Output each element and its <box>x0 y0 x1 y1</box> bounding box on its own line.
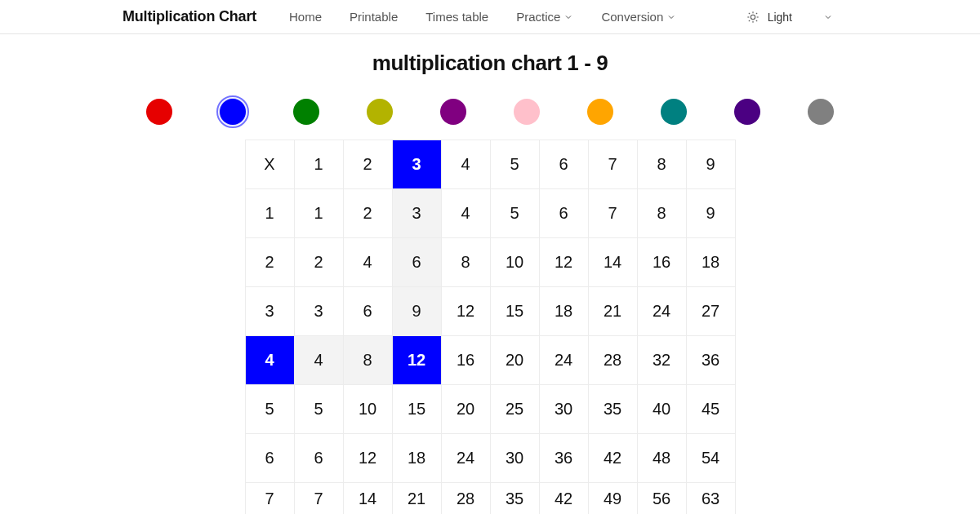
cell[interactable]: 49 <box>588 483 637 515</box>
cell[interactable]: 8 <box>637 189 686 238</box>
cell[interactable]: 5 <box>490 189 539 238</box>
cell[interactable]: 10 <box>343 385 392 434</box>
corner-cell[interactable]: X <box>245 140 294 189</box>
swatch-olive[interactable] <box>367 99 393 125</box>
row-header[interactable]: 1 <box>245 189 294 238</box>
cell[interactable]: 8 <box>343 336 392 385</box>
brand-title[interactable]: Multiplication Chart <box>122 8 256 25</box>
cell[interactable]: 35 <box>588 385 637 434</box>
col-header[interactable]: 3 <box>392 140 441 189</box>
swatch-purple[interactable] <box>440 99 466 125</box>
swatch-indigo[interactable] <box>734 99 760 125</box>
cell[interactable]: 30 <box>539 385 588 434</box>
col-header[interactable]: 4 <box>441 140 490 189</box>
col-header[interactable]: 9 <box>686 140 735 189</box>
nav-home[interactable]: Home <box>289 10 322 24</box>
cell[interactable]: 12 <box>441 287 490 336</box>
nav-conversion[interactable]: Conversion <box>601 10 676 24</box>
cell[interactable]: 7 <box>588 189 637 238</box>
cell[interactable]: 12 <box>392 336 441 385</box>
col-header[interactable]: 8 <box>637 140 686 189</box>
svg-line-7 <box>748 20 749 20</box>
col-header[interactable]: 7 <box>588 140 637 189</box>
cell[interactable]: 5 <box>294 385 343 434</box>
row-header[interactable]: 7 <box>245 483 294 515</box>
cell[interactable]: 48 <box>637 434 686 483</box>
cell[interactable]: 4 <box>441 189 490 238</box>
cell[interactable]: 18 <box>392 434 441 483</box>
cell[interactable]: 63 <box>686 483 735 515</box>
cell[interactable]: 2 <box>294 238 343 287</box>
cell[interactable]: 2 <box>343 189 392 238</box>
cell[interactable]: 21 <box>392 483 441 515</box>
nav-times-table[interactable]: Times table <box>425 10 488 24</box>
cell[interactable]: 12 <box>539 238 588 287</box>
cell[interactable]: 30 <box>490 434 539 483</box>
nav-practice[interactable]: Practice <box>516 10 573 24</box>
cell[interactable]: 16 <box>441 336 490 385</box>
cell[interactable]: 42 <box>539 483 588 515</box>
cell[interactable]: 9 <box>686 189 735 238</box>
col-header[interactable]: 5 <box>490 140 539 189</box>
cell[interactable]: 9 <box>392 287 441 336</box>
cell[interactable]: 28 <box>441 483 490 515</box>
swatch-red[interactable] <box>146 99 172 125</box>
cell[interactable]: 18 <box>539 287 588 336</box>
cell[interactable]: 45 <box>686 385 735 434</box>
swatch-green[interactable] <box>293 99 319 125</box>
cell[interactable]: 36 <box>686 336 735 385</box>
cell[interactable]: 15 <box>490 287 539 336</box>
cell[interactable]: 15 <box>392 385 441 434</box>
cell[interactable]: 20 <box>490 336 539 385</box>
cell[interactable]: 3 <box>392 189 441 238</box>
nav-printable[interactable]: Printable <box>350 10 398 24</box>
swatch-orange[interactable] <box>587 99 613 125</box>
cell[interactable]: 36 <box>539 434 588 483</box>
cell[interactable]: 24 <box>539 336 588 385</box>
cell[interactable]: 1 <box>294 189 343 238</box>
col-header[interactable]: 2 <box>343 140 392 189</box>
swatch-teal[interactable] <box>661 99 687 125</box>
cell[interactable]: 35 <box>490 483 539 515</box>
cell[interactable]: 6 <box>343 287 392 336</box>
theme-switcher[interactable]: Light <box>746 11 833 24</box>
row-header[interactable]: 3 <box>245 287 294 336</box>
cell[interactable]: 25 <box>490 385 539 434</box>
cell[interactable]: 16 <box>637 238 686 287</box>
cell[interactable]: 3 <box>294 287 343 336</box>
col-header[interactable]: 6 <box>539 140 588 189</box>
cell[interactable]: 54 <box>686 434 735 483</box>
row-header[interactable]: 5 <box>245 385 294 434</box>
cell[interactable]: 42 <box>588 434 637 483</box>
swatch-gray[interactable] <box>808 99 834 125</box>
cell[interactable]: 14 <box>588 238 637 287</box>
cell[interactable]: 6 <box>294 434 343 483</box>
svg-point-0 <box>751 15 755 19</box>
cell[interactable]: 18 <box>686 238 735 287</box>
swatch-blue[interactable] <box>220 99 246 125</box>
cell[interactable]: 10 <box>490 238 539 287</box>
cell[interactable]: 24 <box>441 434 490 483</box>
cell[interactable]: 12 <box>343 434 392 483</box>
cell[interactable]: 6 <box>539 189 588 238</box>
theme-label: Light <box>768 11 792 24</box>
cell[interactable]: 56 <box>637 483 686 515</box>
row-header[interactable]: 6 <box>245 434 294 483</box>
cell[interactable]: 4 <box>343 238 392 287</box>
swatch-pink[interactable] <box>514 99 540 125</box>
cell[interactable]: 20 <box>441 385 490 434</box>
cell[interactable]: 21 <box>588 287 637 336</box>
cell[interactable]: 28 <box>588 336 637 385</box>
cell[interactable]: 27 <box>686 287 735 336</box>
cell[interactable]: 24 <box>637 287 686 336</box>
cell[interactable]: 6 <box>392 238 441 287</box>
row-header[interactable]: 2 <box>245 238 294 287</box>
cell[interactable]: 40 <box>637 385 686 434</box>
cell[interactable]: 32 <box>637 336 686 385</box>
col-header[interactable]: 1 <box>294 140 343 189</box>
cell[interactable]: 14 <box>343 483 392 515</box>
cell[interactable]: 4 <box>294 336 343 385</box>
cell[interactable]: 7 <box>294 483 343 515</box>
row-header[interactable]: 4 <box>245 336 294 385</box>
cell[interactable]: 8 <box>441 238 490 287</box>
